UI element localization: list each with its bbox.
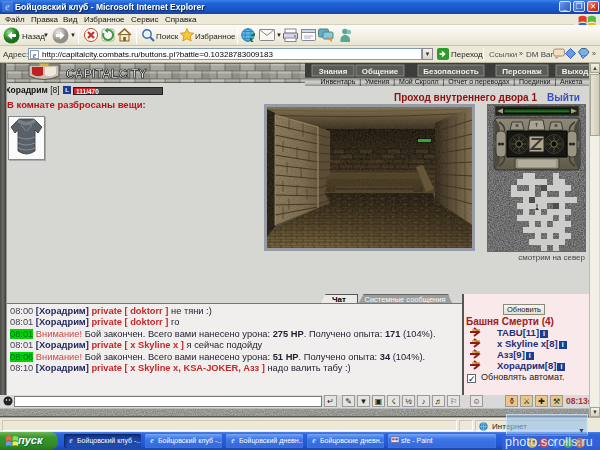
svg-text:e: e: [231, 436, 235, 444]
svg-text:Безопасность: Безопасность: [423, 67, 479, 76]
svg-text:e: e: [33, 51, 37, 60]
svg-text:e: e: [312, 436, 316, 444]
svg-text:Выход: Выход: [562, 67, 589, 76]
svg-text:Персонаж: Персонаж: [502, 67, 542, 76]
svg-text:Знания: Знания: [319, 67, 348, 76]
svg-text:Общение: Общение: [362, 67, 399, 76]
svg-text:e: e: [69, 436, 73, 444]
svg-text:CAPITALCITY: CAPITALCITY: [66, 67, 147, 81]
svg-text:e: e: [5, 1, 10, 12]
svg-text:e: e: [150, 436, 154, 444]
